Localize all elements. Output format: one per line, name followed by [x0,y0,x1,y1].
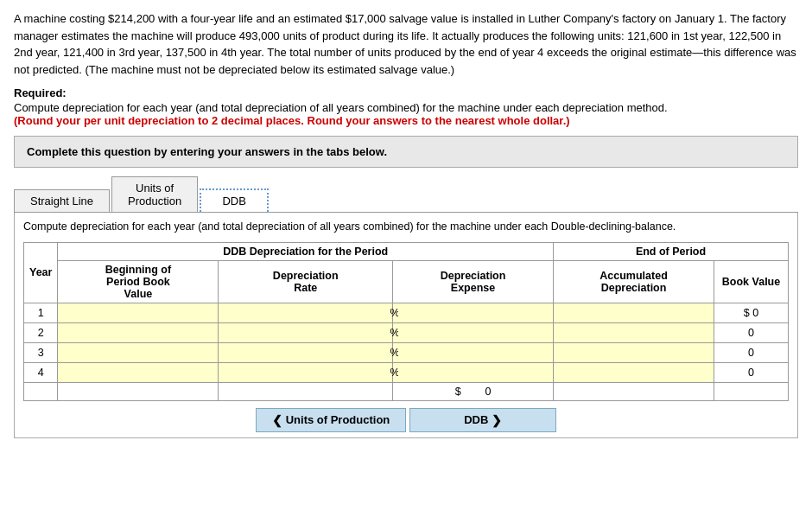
total-empty-3 [219,382,393,400]
bookval-3-value: 0 [748,347,754,359]
rate-4-cell[interactable]: % [219,362,393,382]
bopbv-2-cell[interactable] [58,322,219,342]
rate-2-cell[interactable]: % [219,322,393,342]
table-row: 3 % 0 [24,342,789,362]
bopbv-1-input[interactable] [63,306,213,320]
expense-4-input[interactable] [398,366,548,380]
total-row: $ 0 [24,382,789,400]
expense-3-input[interactable] [398,346,548,360]
table-row: 1 % $ 0 [24,303,789,322]
total-empty-5 [714,382,789,400]
tab-ddb[interactable]: DDB [200,188,269,212]
tab-description-text: Compute depreciation for each year (and … [23,220,676,233]
rate-3-cell[interactable]: % [219,342,393,362]
accum-2-cell[interactable] [554,322,714,342]
rate-3-input[interactable] [224,346,387,360]
bookval-2-value: 0 [748,327,754,339]
required-label: Required: [14,86,798,99]
next-label: DDB [464,413,488,426]
col-year-header: Year [24,242,58,303]
rate-4-input[interactable] [224,366,387,380]
total-cell: $ 0 [393,382,554,400]
expense-label: DepreciationExpense [441,270,506,294]
bookval-1-cell: $ 0 [714,303,789,322]
bopbv-2-input[interactable] [63,326,213,340]
table-row: 2 % 0 [24,322,789,342]
bopbv-4-input[interactable] [63,366,213,380]
rate-1-input[interactable] [224,306,387,320]
expense-2-input[interactable] [398,326,548,340]
col-expense-header: DepreciationExpense [393,260,554,303]
col-accum-header: AccumulatedDepreciation [554,260,714,303]
tab-units-label: Units ofProduction [128,182,181,207]
bopbv-3-cell[interactable] [58,342,219,362]
red-instruction: (Round your per unit depreciation to 2 d… [14,114,570,127]
bookval-label: Book Value [722,276,780,288]
tab-straight-line[interactable]: Straight Line [14,189,110,212]
col-bopbv-header: Beginning ofPeriod BookValue [58,260,219,303]
rate-label: DepreciationRate [273,270,339,294]
total-dollar-sign: $ [455,386,461,398]
next-arrow: ❯ [492,413,502,427]
expense-1-cell[interactable] [393,303,554,322]
bookval-2-cell: 0 [714,322,789,342]
prev-label: Units of Production [286,413,390,426]
accum-3-input[interactable] [559,346,708,360]
problem-paragraph: A machine costing $214,200 with a four-y… [14,10,798,78]
bookval-1-value: 0 [752,307,758,319]
year-2: 2 [24,322,58,342]
expense-1-input[interactable] [398,306,548,320]
bookval-3-cell: 0 [714,342,789,362]
accum-1-input[interactable] [559,306,708,320]
ddb-period-header: DDB Depreciation for the Period [58,242,554,260]
instruction-text: Compute depreciation for each year (and … [14,101,668,114]
dollar-sign-1: $ [744,307,750,319]
tab-description: Compute depreciation for each year (and … [23,220,789,235]
prev-button[interactable]: ❮ Units of Production [256,408,407,432]
accum-4-input[interactable] [559,366,708,380]
problem-text-content: A machine costing $214,200 with a four-y… [14,12,796,76]
required-instruction: Compute depreciation for each year (and … [14,101,798,127]
bopbv-4-cell[interactable] [58,362,219,382]
rate-2-input[interactable] [224,326,387,340]
complete-box: Complete this question by entering your … [14,136,798,168]
bopbv-label: Beginning ofPeriod BookValue [105,264,171,300]
col-bookval-header: Book Value [714,260,789,303]
ddb-table: Year DDB Depreciation for the Period End… [23,242,789,401]
total-value: 0 [485,386,491,398]
tab-units-of-production[interactable]: Units ofProduction [111,176,198,212]
table-row: 4 % 0 [24,362,789,382]
tab-straight-line-label: Straight Line [30,195,93,207]
bopbv-3-input[interactable] [63,346,213,360]
accum-1-cell[interactable] [554,303,714,322]
expense-4-cell[interactable] [393,362,554,382]
prev-arrow: ❮ [272,413,282,427]
accum-2-input[interactable] [559,326,708,340]
expense-3-cell[interactable] [393,342,554,362]
year-3: 3 [24,342,58,362]
col-rate-header: DepreciationRate [219,260,393,303]
eop-header: End of Period [554,242,789,260]
complete-box-text: Complete this question by entering your … [27,145,387,158]
nav-buttons: ❮ Units of Production DDB ❯ [23,408,789,432]
bopbv-1-cell[interactable] [58,303,219,322]
tab-content: Compute depreciation for each year (and … [14,213,798,438]
year-1: 1 [24,303,58,322]
accum-label: AccumulatedDepreciation [599,270,668,294]
accum-4-cell[interactable] [554,362,714,382]
bookval-4-value: 0 [748,367,754,379]
accum-3-cell[interactable] [554,342,714,362]
expense-2-cell[interactable] [393,322,554,342]
total-empty-2 [58,382,219,400]
total-empty-4 [554,382,714,400]
tabs-row: Straight Line Units ofProduction DDB [14,176,798,213]
year-4: 4 [24,362,58,382]
next-button[interactable]: DDB ❯ [409,408,556,432]
rate-1-cell[interactable]: % [219,303,393,322]
bookval-4-cell: 0 [714,362,789,382]
total-empty-1 [24,382,58,400]
tab-ddb-label: DDB [222,195,245,207]
